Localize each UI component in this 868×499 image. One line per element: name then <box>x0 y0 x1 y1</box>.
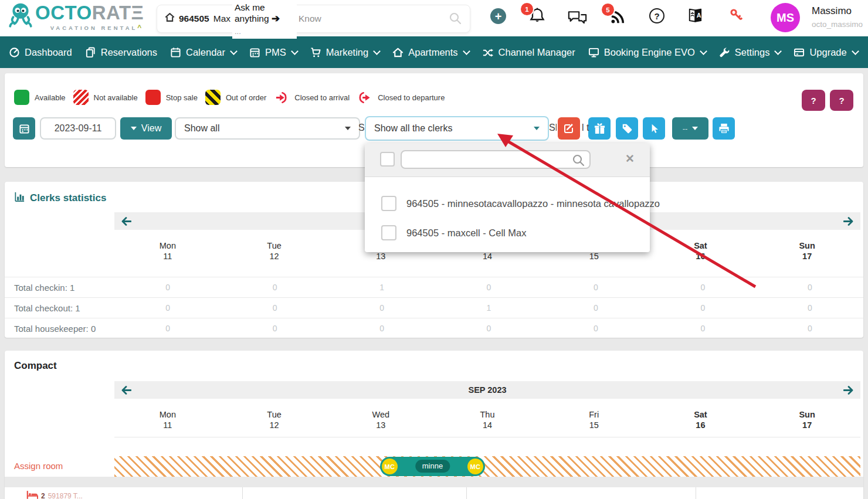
brand-name: OCTORATΞ <box>35 1 144 25</box>
stats-row: Total checkout: 10001000 <box>5 297 863 318</box>
clerks-filter-select[interactable]: Show all the clerks <box>365 116 549 141</box>
nav-item-reservations[interactable]: Reservations <box>79 36 164 68</box>
nav-item-dashboard[interactable]: Dashboard <box>2 36 79 68</box>
clerks-statistics-title: Clerks statistics <box>14 191 106 205</box>
legend-item-out-of-order: Out of order <box>205 90 266 105</box>
occluded-text-fragment: Sh <box>549 123 557 133</box>
stats-cell: 0 <box>221 283 328 292</box>
nav-item-channel-manager[interactable]: Channel Manager <box>476 36 582 68</box>
edit-button[interactable] <box>558 117 580 140</box>
dashboard-icon <box>9 47 20 58</box>
nav-item-label: PMS <box>265 47 286 58</box>
ask-me-anything[interactable]: Ask me anything ➔ ... <box>232 0 297 39</box>
stats-row-values: 0010000 <box>114 283 863 292</box>
pointer-button[interactable] <box>643 117 665 140</box>
stats-cell: 0 <box>757 303 863 313</box>
booking-engine-icon <box>588 47 599 58</box>
select-all-checkbox[interactable] <box>380 152 395 167</box>
chat-icon[interactable] <box>568 10 587 28</box>
nav-item-label: Settings <box>735 47 770 58</box>
legend-item-closed-departure: Closed to departure <box>357 90 445 105</box>
gift-button[interactable] <box>588 117 611 140</box>
stats-row-label: Total checkout: 1 <box>5 303 114 313</box>
nav-item-calendar[interactable]: Calendar <box>164 36 243 68</box>
show-all-select[interactable]: Show all <box>175 117 360 140</box>
nav-item-upgrade[interactable]: Upgrade <box>787 36 864 68</box>
next-week-arrow[interactable] <box>843 386 853 395</box>
nav-item-marketing[interactable]: Marketing <box>304 36 386 68</box>
nav-item-booking-engine-evo[interactable]: Booking Engine EVO <box>582 36 713 68</box>
marketing-icon <box>310 47 321 58</box>
clerk-option[interactable]: 964505 - minnesotacavallopazzo - minneso… <box>365 190 650 217</box>
help-button-2[interactable]: ? <box>830 90 853 111</box>
more-dropdown-button[interactable]: -- <box>672 117 708 140</box>
stats-row-values: 0001000 <box>114 303 863 313</box>
key-icon[interactable] <box>728 7 745 26</box>
clerk-option-label: 964505 - maxcell - Cell Max <box>406 228 527 239</box>
previous-week-arrow[interactable] <box>121 217 131 226</box>
nav-item-apartments[interactable]: Apartments <box>386 36 475 68</box>
stats-cell: 0 <box>221 324 328 333</box>
divider <box>114 437 860 437</box>
legend-item-available: Available <box>14 90 66 105</box>
room-row-partial: 2 591879 T... <box>5 487 863 499</box>
closed-arrival-icon <box>274 90 289 105</box>
user-avatar[interactable]: MS <box>771 3 800 32</box>
tag-button[interactable] <box>616 117 638 140</box>
nav-item-pms[interactable]: PMS <box>243 36 304 68</box>
day-header-sun-17: Sun17 <box>754 409 860 430</box>
booking-bar[interactable]: MC minne MC <box>380 457 485 476</box>
main-nav: DashboardReservationsCalendarPMSMarketin… <box>0 36 868 68</box>
stats-row: Total housekeeper: 00000000 <box>5 318 863 339</box>
row-gap <box>5 477 863 487</box>
next-week-arrow[interactable] <box>843 217 853 226</box>
nav-item-settings[interactable]: Settings <box>713 36 788 68</box>
add-button[interactable]: + <box>490 8 506 24</box>
guest-name-tag: minne <box>415 460 450 473</box>
checkbox-icon[interactable] <box>381 225 396 240</box>
search-icon[interactable] <box>449 12 462 27</box>
view-dropdown-button[interactable]: View <box>120 117 172 140</box>
assign-room-label[interactable]: Assign room <box>14 461 63 471</box>
stats-cell: 0 <box>757 283 863 292</box>
day-header-mon-11: Mon11 <box>114 409 221 430</box>
close-icon[interactable]: ✕ <box>625 152 635 165</box>
nav-item-label: Reservations <box>101 47 157 58</box>
assign-room-row: Assign room MC minne MC <box>5 456 863 477</box>
status-legend: AvailableNot availableStop saleOut of or… <box>14 90 445 105</box>
room-count: 2 <box>41 492 45 499</box>
occluded-text-fragment: Sh <box>358 123 365 133</box>
pms-icon <box>249 47 260 58</box>
property-search-box[interactable]: 964505 Max Ho Ask me anything ➔ ... Know <box>157 5 470 33</box>
help-icon[interactable]: ? <box>649 8 664 23</box>
caret-down-icon <box>692 127 698 130</box>
compact-week-band: SEP 2023 <box>114 381 860 399</box>
stats-cell: 0 <box>542 324 649 333</box>
clerk-option[interactable]: 964505 - maxcell - Cell Max <box>365 219 650 246</box>
print-button[interactable] <box>713 117 735 140</box>
translate-icon[interactable]: A <box>687 7 704 26</box>
date-input[interactable]: 2023-09-11 <box>40 117 116 140</box>
top-header: OCTORATΞ VACATION RENTAL^ 964505 Max Ho … <box>0 0 868 36</box>
nav-item-label: Marketing <box>326 47 368 58</box>
octorate-logo[interactable]: OCTORATΞ VACATION RENTAL^ <box>7 1 144 32</box>
stats-cell: 0 <box>114 303 221 313</box>
octopus-icon <box>7 1 34 32</box>
cell-divider <box>466 487 467 499</box>
room-name: 591879 T... <box>48 492 83 499</box>
unassigned-stripes <box>114 456 860 477</box>
stats-cell: 1 <box>328 283 435 292</box>
chevron-down-icon <box>463 47 470 55</box>
calendar-picker-button[interactable] <box>13 117 35 140</box>
checkbox-icon[interactable] <box>381 196 396 211</box>
available-icon <box>14 90 29 105</box>
previous-week-arrow[interactable] <box>121 386 131 395</box>
legend-item-closed-arrival: Closed to arrival <box>274 90 350 105</box>
help-button-1[interactable]: ? <box>802 90 825 111</box>
clerks-search-input[interactable] <box>401 150 591 169</box>
legend-label: Not available <box>94 93 138 102</box>
rss-badge: 5 <box>601 2 615 17</box>
stats-cell: 0 <box>328 303 435 313</box>
stats-cell: 0 <box>328 324 435 333</box>
stats-cell: 0 <box>114 324 221 333</box>
